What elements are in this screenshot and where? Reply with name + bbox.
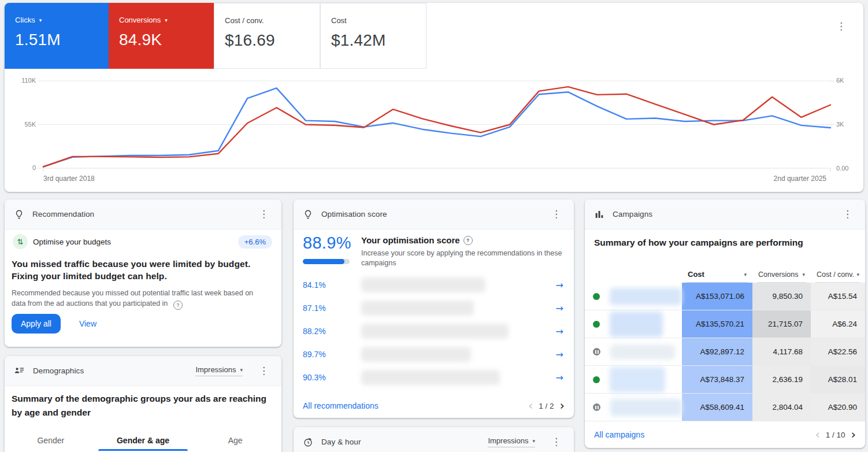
redacted-campaign-name <box>361 277 485 292</box>
campaign-score: 90.3% <box>303 373 361 382</box>
campaigns-card: Campaigns ⋮ Summary of how your campaign… <box>585 199 865 448</box>
redacted-campaign-name <box>610 367 665 392</box>
metric-value: $1.42M <box>331 31 426 50</box>
metric-value: 84.9K <box>119 31 214 49</box>
next-page-icon[interactable]: › <box>851 429 856 441</box>
cost-cell: A$153,071.06 <box>682 283 752 310</box>
previous-page-icon[interactable]: ‹ <box>528 400 533 412</box>
redacted-campaign-name <box>610 344 675 360</box>
cost-cell: A$58,609.41 <box>682 394 752 421</box>
card-menu-kebab-icon[interactable]: ⋮ <box>548 435 565 449</box>
campaign-status-icon <box>593 403 600 411</box>
metric-value: $16.69 <box>225 31 320 50</box>
metric-dropdown[interactable]: Impressions ▾ <box>195 365 243 376</box>
all-recommendations-link[interactable]: All recommendations <box>303 401 379 410</box>
metric-card-clicks[interactable]: Clicks ▾ 1.51M <box>5 3 109 69</box>
arrow-right-icon[interactable]: → <box>556 372 563 383</box>
lightbulb-icon <box>14 209 24 220</box>
page-indicator: 1 / 2 <box>539 402 554 410</box>
card-menu-kebab-icon[interactable]: ⋮ <box>839 207 856 221</box>
campaign-row[interactable]: A$153,071.06 9,850.30 A$15.54 <box>585 283 865 310</box>
google-ads-overview-page: { "icons": { "kebab": "⋮", "dropdown": "… <box>0 0 868 452</box>
clock-icon <box>303 437 313 447</box>
summary-menu-kebab-icon[interactable]: ⋮ <box>833 19 850 34</box>
card-menu-kebab-icon[interactable]: ⋮ <box>255 207 272 221</box>
recommendation-list-item[interactable]: 84.1% → <box>294 277 574 293</box>
optimisation-card-footer: All recommendations ‹ 1 / 2 › <box>294 394 574 418</box>
campaign-score: 84.1% <box>303 280 361 290</box>
cost-per-conv-cell: A$6.24 <box>811 310 865 338</box>
conversions-cell: 2,804.04 <box>752 394 811 421</box>
view-button[interactable]: View <box>76 318 100 329</box>
column-header-cost-per-conv[interactable]: Cost / conv. ▾ <box>811 265 865 283</box>
sort-arrow-icon: ▾ <box>802 272 805 277</box>
recommendation-list-item[interactable]: 90.3% → <box>294 369 574 386</box>
tab-age[interactable]: Age <box>189 429 281 452</box>
redacted-campaign-name <box>610 399 682 416</box>
arrow-right-icon[interactable]: → <box>556 280 563 291</box>
campaign-row[interactable]: A$58,609.41 2,804.04 A$20.90 <box>585 394 865 421</box>
help-icon[interactable]: ? <box>463 236 473 245</box>
card-menu-kebab-icon[interactable]: ⋮ <box>548 207 565 221</box>
recommendation-list-item[interactable]: 89.7% → <box>294 346 574 362</box>
chart-gridlines <box>38 81 834 172</box>
campaign-row[interactable]: A$92,897.12 4,117.68 A$22.56 <box>585 338 865 366</box>
campaigns-table-header: Cost ▾ Conversions ▾ Cost / conv. ▾ <box>585 265 865 283</box>
chevron-down-icon[interactable]: ▾ <box>39 17 42 23</box>
metric-card-cost[interactable]: Cost $1.42M <box>320 3 426 69</box>
tab-gender[interactable]: Gender <box>5 429 97 452</box>
metric-label: Cost / conv. <box>225 16 264 25</box>
arrow-right-icon[interactable]: → <box>556 326 563 337</box>
sort-arrow-icon: ▾ <box>744 272 747 277</box>
cost-cell: A$92,897.12 <box>682 338 752 365</box>
recommendation-item[interactable]: ⇅ Optimise your budgets +6.6% <box>13 234 272 250</box>
all-campaigns-link[interactable]: All campaigns <box>594 430 644 439</box>
cost-cell: A$73,848.37 <box>682 366 752 393</box>
campaign-score: 87.1% <box>303 303 361 313</box>
chart-line-clicks <box>43 88 830 166</box>
tab-gender-and-age[interactable]: Gender & age <box>97 429 190 452</box>
campaign-status-icon <box>593 293 600 300</box>
recommendation-list-item[interactable]: 87.1% → <box>294 300 574 316</box>
metric-card-cost-per-conv[interactable]: Cost / conv. $16.69 <box>214 3 320 69</box>
performance-line-chart <box>5 72 863 188</box>
metric-dropdown[interactable]: Impressions ▾ <box>488 436 535 447</box>
recommendation-list-item[interactable]: 88.2% → <box>294 323 574 339</box>
conversions-cell: 2,636.19 <box>752 366 811 393</box>
help-icon[interactable]: ? <box>173 301 183 310</box>
campaigns-card-footer: All campaigns ‹ 1 / 10 › <box>585 421 865 448</box>
card-title: Campaigns <box>613 210 652 218</box>
metric-label: Conversions <box>119 16 161 24</box>
next-page-icon[interactable]: › <box>560 400 565 412</box>
campaigns-summary: Summary of how your campaigns are perfor… <box>594 238 848 248</box>
campaign-row[interactable]: A$135,570.21 21,715.07 A$6.24 <box>585 310 865 338</box>
previous-page-icon[interactable]: ‹ <box>815 429 819 441</box>
arrow-right-icon[interactable]: → <box>556 303 563 314</box>
card-title: Day & hour <box>321 438 361 446</box>
metric-label-row: Clicks ▾ <box>15 16 109 24</box>
campaign-status-icon <box>593 348 600 355</box>
column-header-cost[interactable]: Cost ▾ <box>682 265 752 283</box>
day-hour-card-header: Day & hour Impressions ▾ ⋮ <box>294 427 574 452</box>
card-title: Optimisation score <box>321 210 387 218</box>
campaign-status-icon <box>593 321 600 328</box>
uplift-badge: +6.6% <box>238 235 272 249</box>
metric-card-conversions[interactable]: Conversions ▾ 84.9K <box>109 3 214 69</box>
cost-per-conv-cell: A$22.56 <box>811 338 865 365</box>
recommendation-actions: Apply all View <box>12 314 100 334</box>
cost-cell: A$135,570.21 <box>682 310 752 338</box>
day-hour-card: Day & hour Impressions ▾ ⋮ <box>294 427 574 452</box>
cost-per-conv-cell: A$20.90 <box>811 394 865 421</box>
recommendation-item-title: Optimise your budgets <box>33 238 111 246</box>
redacted-campaign-name <box>361 370 500 385</box>
chevron-down-icon[interactable]: ▾ <box>165 17 168 23</box>
metric-label-row: Cost <box>331 16 426 25</box>
cost-per-conv-cell: A$28.01 <box>811 366 865 393</box>
metric-label: Cost <box>331 16 347 25</box>
column-header-conversions[interactable]: Conversions ▾ <box>752 265 811 283</box>
arrow-right-icon[interactable]: → <box>556 349 563 360</box>
bar-chart-icon <box>594 209 604 220</box>
campaign-row[interactable]: A$73,848.37 2,636.19 A$28.01 <box>585 366 865 394</box>
card-menu-kebab-icon[interactable]: ⋮ <box>255 364 272 378</box>
apply-all-button[interactable]: Apply all <box>12 314 61 334</box>
